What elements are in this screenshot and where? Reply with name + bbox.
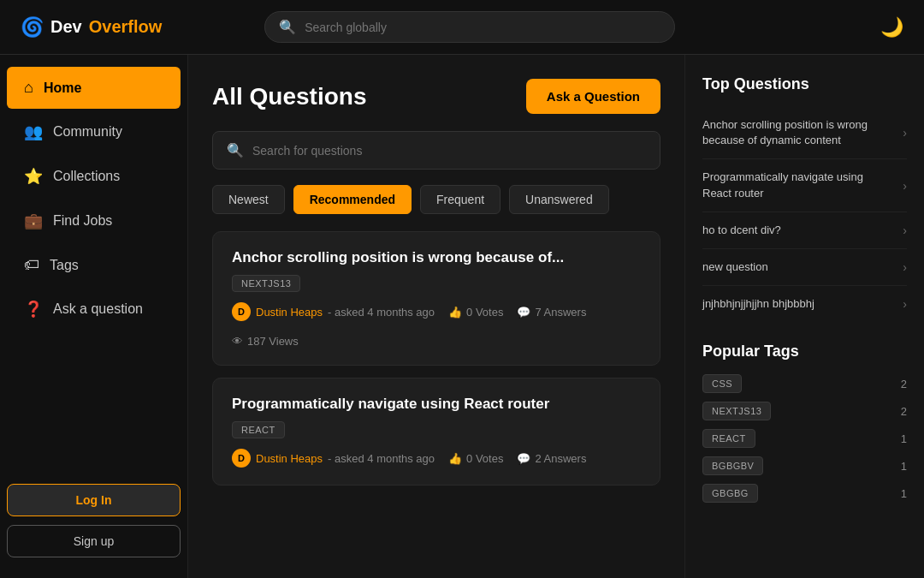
- sidebar-icon-ask-question: ❓: [24, 300, 43, 319]
- main-layout: ⌂ Home 👥 Community ⭐ Collections 💼 Find …: [0, 55, 924, 578]
- sidebar-icon-find-jobs: 💼: [24, 212, 43, 230]
- question-card[interactable]: Programmatically navigate using React ro…: [212, 378, 660, 486]
- popular-tag-badge[interactable]: CSS: [702, 374, 742, 393]
- votes-count: 0 Votes: [466, 306, 503, 319]
- top-question-text: Programmatically navigate using React ro…: [702, 170, 894, 200]
- sidebar: ⌂ Home 👥 Community ⭐ Collections 💼 Find …: [0, 55, 188, 578]
- popular-tag-count: 1: [901, 460, 907, 473]
- sidebar-item-collections[interactable]: ⭐ Collections: [7, 155, 181, 198]
- top-questions-title: Top Questions: [702, 75, 907, 93]
- chevron-right-icon: ›: [903, 179, 907, 193]
- author-avatar: D: [232, 449, 251, 468]
- filter-tabs: NewestRecommendedFrequentUnanswered: [212, 185, 660, 214]
- popular-tag-row: REACT 1: [702, 429, 907, 448]
- top-question-item[interactable]: new question ›: [702, 249, 907, 286]
- logo: 🌀 Dev Overflow: [21, 16, 162, 39]
- question-author: D Dustin Heaps - asked 4 months ago: [232, 302, 435, 321]
- top-question-item[interactable]: jnjhbhjnjjhjjhn bhjbbbhj ›: [702, 286, 907, 322]
- filter-tab-unanswered[interactable]: Unanswered: [509, 185, 609, 214]
- thumbs-up-icon: 👍: [448, 306, 462, 319]
- popular-tag-badge[interactable]: GBGBG: [702, 484, 758, 503]
- popular-tag-count: 1: [901, 487, 907, 500]
- answers-stat: 💬 7 Answers: [517, 306, 586, 319]
- sidebar-icon-home: ⌂: [24, 79, 33, 97]
- answers-count: 2 Answers: [535, 452, 586, 465]
- views-stat: 👁 187 Views: [232, 335, 299, 348]
- popular-tag-badge[interactable]: BGBGBV: [702, 456, 763, 475]
- popular-tag-badge[interactable]: REACT: [702, 429, 755, 448]
- question-tag[interactable]: REACT: [232, 421, 285, 438]
- question-search-input[interactable]: [252, 144, 646, 158]
- page-title: All Questions: [212, 83, 366, 110]
- votes-count: 0 Votes: [466, 452, 503, 465]
- popular-tag-row: NEXTJS13 2: [702, 402, 907, 420]
- sidebar-item-ask-question[interactable]: ❓ Ask a question: [7, 288, 181, 331]
- topnav: 🌀 Dev Overflow 🔍 🌙: [0, 0, 924, 55]
- sidebar-item-find-jobs[interactable]: 💼 Find Jobs: [7, 200, 181, 242]
- top-question-item[interactable]: Anchor scrolling position is wrong becau…: [702, 107, 907, 159]
- sidebar-item-home[interactable]: ⌂ Home: [7, 67, 181, 109]
- filter-tab-recommended[interactable]: Recommended: [293, 185, 412, 214]
- top-question-item[interactable]: Programmatically navigate using React ro…: [702, 159, 907, 212]
- content-header: All Questions Ask a Question: [212, 79, 660, 114]
- global-search-bar[interactable]: 🔍: [264, 11, 675, 43]
- logo-dev-text: Dev: [50, 17, 82, 37]
- logo-overflow-text: Overflow: [89, 17, 163, 37]
- asked-text: - asked 4 months ago: [328, 306, 435, 319]
- filter-tab-frequent[interactable]: Frequent: [420, 185, 500, 214]
- popular-tag-count: 2: [901, 405, 907, 418]
- login-button[interactable]: Log In: [7, 484, 181, 516]
- sidebar-item-community[interactable]: 👥 Community: [7, 110, 181, 153]
- popular-tag-count: 1: [901, 432, 907, 445]
- votes-stat: 👍 0 Votes: [448, 306, 503, 319]
- filter-tab-newest[interactable]: Newest: [212, 185, 285, 214]
- sidebar-icon-tags: 🏷: [24, 256, 39, 274]
- author-name: Dustin Heaps: [256, 306, 323, 319]
- theme-toggle-icon[interactable]: 🌙: [880, 16, 903, 39]
- views-count: 187 Views: [247, 335, 299, 348]
- question-title: Anchor scrolling position is wrong becau…: [232, 249, 641, 266]
- author-name: Dustin Heaps: [256, 452, 323, 465]
- top-question-text: ho to dcent div?: [702, 223, 894, 238]
- chevron-right-icon: ›: [903, 297, 907, 311]
- popular-tag-badge[interactable]: NEXTJS13: [702, 402, 771, 420]
- sidebar-label-collections: Collections: [53, 169, 120, 184]
- sidebar-label-find-jobs: Find Jobs: [53, 213, 112, 229]
- ask-question-button[interactable]: Ask a Question: [526, 79, 660, 114]
- popular-tag-row: BGBGBV 1: [702, 456, 907, 475]
- top-question-text: Anchor scrolling position is wrong becau…: [702, 117, 894, 148]
- sidebar-label-community: Community: [53, 124, 122, 140]
- top-question-text: jnjhbhjnjjhjjhn bhjbbbhj: [702, 296, 894, 312]
- sidebar-label-ask-question: Ask a question: [53, 301, 143, 317]
- search-icon: 🔍: [279, 19, 296, 35]
- question-search-bar[interactable]: 🔍: [212, 131, 660, 170]
- sidebar-item-tags[interactable]: 🏷 Tags: [7, 244, 181, 286]
- main-content: All Questions Ask a Question 🔍 NewestRec…: [188, 55, 684, 578]
- asked-text: - asked 4 months ago: [328, 452, 435, 465]
- popular-tag-row: GBGBG 1: [702, 484, 907, 503]
- right-panel: Top Questions Anchor scrolling position …: [684, 55, 924, 578]
- question-tag[interactable]: NEXTJS13: [232, 275, 300, 292]
- answers-count: 7 Answers: [535, 306, 586, 319]
- sidebar-label-tags: Tags: [50, 258, 79, 273]
- question-title: Programmatically navigate using React ro…: [232, 396, 641, 413]
- top-question-item[interactable]: ho to dcent div? ›: [702, 212, 907, 249]
- global-search-input[interactable]: [305, 21, 660, 34]
- question-meta: D Dustin Heaps - asked 4 months ago 👍 0 …: [232, 302, 641, 348]
- question-author: D Dustin Heaps - asked 4 months ago: [232, 449, 435, 468]
- logo-icon: 🌀: [21, 16, 44, 39]
- chevron-right-icon: ›: [903, 126, 907, 140]
- answers-stat: 💬 2 Answers: [517, 452, 586, 465]
- popular-tag-count: 2: [901, 378, 907, 390]
- sidebar-icon-community: 👥: [24, 122, 43, 141]
- thumbs-up-icon: 👍: [448, 452, 462, 465]
- sidebar-label-home: Home: [44, 80, 81, 96]
- sidebar-bottom: Log In Sign up: [0, 474, 187, 568]
- signup-button[interactable]: Sign up: [7, 525, 181, 557]
- votes-stat: 👍 0 Votes: [448, 452, 503, 465]
- question-meta: D Dustin Heaps - asked 4 months ago 👍 0 …: [232, 449, 641, 468]
- question-search-icon: 🔍: [227, 142, 244, 158]
- question-card[interactable]: Anchor scrolling position is wrong becau…: [212, 231, 660, 366]
- eye-icon: 👁: [232, 335, 243, 348]
- popular-tags-title: Popular Tags: [702, 343, 907, 361]
